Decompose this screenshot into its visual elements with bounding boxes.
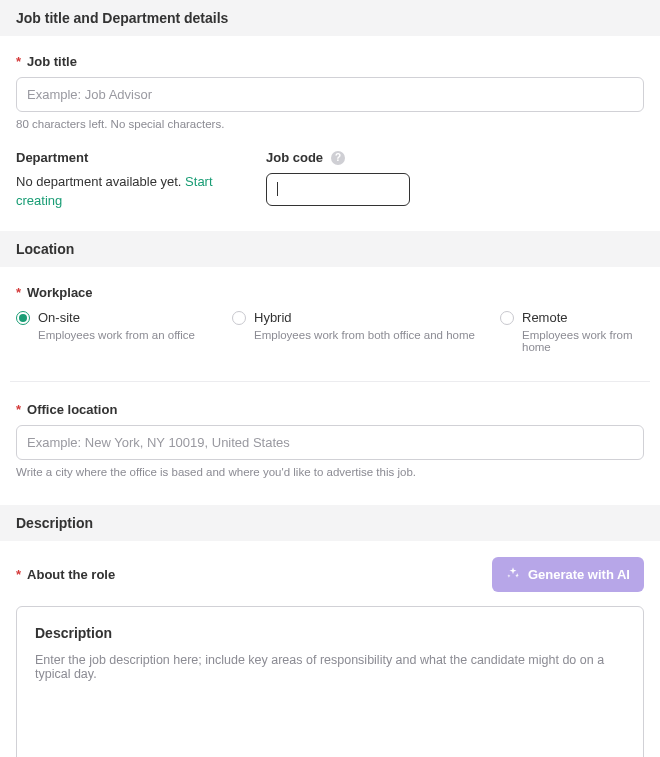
radio-label-remote: Remote	[522, 310, 644, 325]
job-title-label: * Job title	[16, 54, 644, 69]
dept-jobcode-row: Department No department available yet. …	[16, 150, 644, 211]
jobcode-input[interactable]	[266, 173, 410, 206]
radio-desc-onsite: Employees work from an office	[38, 329, 195, 341]
radio-desc-hybrid: Employees work from both office and home	[254, 329, 475, 341]
generate-ai-button-label: Generate with AI	[528, 567, 630, 582]
text-caret	[277, 182, 278, 196]
jobcode-label-text: Job code	[266, 150, 323, 165]
required-star: *	[16, 54, 21, 69]
about-row: * About the role Generate with AI	[0, 541, 660, 606]
workplace-option-hybrid[interactable]: Hybrid Employees work from both office a…	[232, 310, 500, 353]
department-column: Department No department available yet. …	[16, 150, 226, 211]
office-location-block: * Office location Write a city where the…	[0, 402, 660, 483]
workplace-option-onsite[interactable]: On-site Employees work from an office	[16, 310, 232, 353]
department-text-prefix: No department available yet.	[16, 174, 185, 189]
radio-label-hybrid: Hybrid	[254, 310, 475, 325]
radio-content-hybrid: Hybrid Employees work from both office a…	[254, 310, 475, 341]
divider	[10, 381, 650, 382]
radio-desc-remote: Employees work from home	[522, 329, 644, 353]
section-header-description: Description	[0, 505, 660, 541]
section-header-location-text: Location	[16, 241, 74, 257]
workplace-label: * Workplace	[16, 285, 644, 300]
job-title-helper: 80 characters left. No special character…	[16, 118, 644, 130]
jobcode-column: Job code ?	[266, 150, 410, 211]
required-star: *	[16, 285, 21, 300]
job-title-label-text: Job title	[27, 54, 77, 69]
section-body-location: * Workplace On-site Employees work from …	[0, 267, 660, 381]
section-header-jobtitle: Job title and Department details	[0, 0, 660, 36]
workplace-option-remote[interactable]: Remote Employees work from home	[500, 310, 644, 353]
description-editor[interactable]: Description Enter the job description he…	[16, 606, 644, 757]
required-star: *	[16, 402, 21, 417]
radio-content-onsite: On-site Employees work from an office	[38, 310, 195, 341]
radio-hybrid[interactable]	[232, 311, 246, 325]
required-star: *	[16, 567, 21, 582]
section-header-jobtitle-text: Job title and Department details	[16, 10, 228, 26]
office-location-label: * Office location	[16, 402, 644, 417]
about-role-label-text: About the role	[27, 567, 115, 582]
about-role-label: * About the role	[16, 567, 115, 582]
jobcode-label: Job code ?	[266, 150, 410, 165]
section-header-location: Location	[0, 231, 660, 267]
description-box-heading: Description	[35, 625, 625, 641]
radio-content-remote: Remote Employees work from home	[522, 310, 644, 353]
office-location-label-text: Office location	[27, 402, 117, 417]
workplace-options-row: On-site Employees work from an office Hy…	[16, 310, 644, 353]
sparkle-icon	[506, 566, 520, 583]
help-icon[interactable]: ?	[331, 151, 345, 165]
office-location-helper: Write a city where the office is based a…	[16, 466, 644, 478]
job-title-input[interactable]	[16, 77, 644, 112]
spacer	[0, 483, 660, 505]
department-label: Department	[16, 150, 226, 165]
radio-remote[interactable]	[500, 311, 514, 325]
radio-onsite[interactable]	[16, 311, 30, 325]
section-body-jobtitle: * Job title 80 characters left. No speci…	[0, 36, 660, 231]
department-label-text: Department	[16, 150, 88, 165]
description-box-placeholder: Enter the job description here; include …	[35, 653, 625, 681]
section-header-description-text: Description	[16, 515, 93, 531]
radio-label-onsite: On-site	[38, 310, 195, 325]
workplace-label-text: Workplace	[27, 285, 93, 300]
generate-ai-button[interactable]: Generate with AI	[492, 557, 644, 592]
office-location-input[interactable]	[16, 425, 644, 460]
department-empty-text: No department available yet. Start creat…	[16, 173, 226, 211]
